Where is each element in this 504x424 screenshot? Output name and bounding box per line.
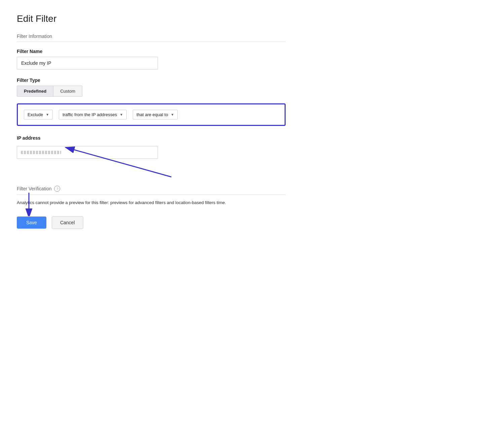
- exclude-dropdown[interactable]: Exclude ▼: [24, 110, 53, 120]
- condition-dropdown[interactable]: that are equal to ▼: [133, 110, 178, 120]
- ip-address-label: IP address: [17, 135, 286, 141]
- filter-verification-section: Filter Verification ? Analytics cannot p…: [17, 186, 286, 206]
- traffic-chevron-icon: ▼: [120, 113, 123, 116]
- ip-input-wrapper: [17, 146, 158, 159]
- exclude-chevron-icon: ▼: [46, 113, 49, 116]
- filter-verification-label: Filter Verification: [17, 186, 51, 191]
- cancel-button[interactable]: Cancel: [52, 216, 83, 229]
- traffic-label: traffic from the IP addresses: [62, 112, 117, 117]
- tab-custom[interactable]: Custom: [53, 86, 82, 96]
- filter-type-section: Filter Type Predefined Custom: [17, 78, 286, 97]
- page-title: Edit Filter: [17, 13, 286, 24]
- help-icon[interactable]: ?: [54, 186, 60, 192]
- filter-information-header: Filter Information: [17, 34, 286, 42]
- condition-chevron-icon: ▼: [171, 113, 174, 116]
- filter-type-label: Filter Type: [17, 78, 286, 83]
- buttons-row: Save Cancel: [17, 216, 286, 229]
- exclude-label: Exclude: [28, 112, 43, 117]
- tab-predefined[interactable]: Predefined: [17, 86, 53, 96]
- filter-name-label: Filter Name: [17, 49, 286, 54]
- filter-type-tabs: Predefined Custom: [17, 86, 82, 97]
- traffic-dropdown[interactable]: traffic from the IP addresses ▼: [59, 110, 127, 120]
- filter-verification-header: Filter Verification ?: [17, 186, 286, 195]
- filter-name-field: Filter Name: [17, 49, 286, 69]
- condition-label: that are equal to: [136, 112, 168, 117]
- verification-description: Analytics cannot provide a preview for t…: [17, 199, 286, 206]
- filter-row: Exclude ▼ traffic from the IP addresses …: [17, 103, 286, 126]
- ip-address-input[interactable]: [17, 146, 158, 159]
- filter-name-input[interactable]: [17, 57, 158, 69]
- save-button[interactable]: Save: [17, 217, 46, 229]
- ip-address-section: IP address: [17, 135, 286, 159]
